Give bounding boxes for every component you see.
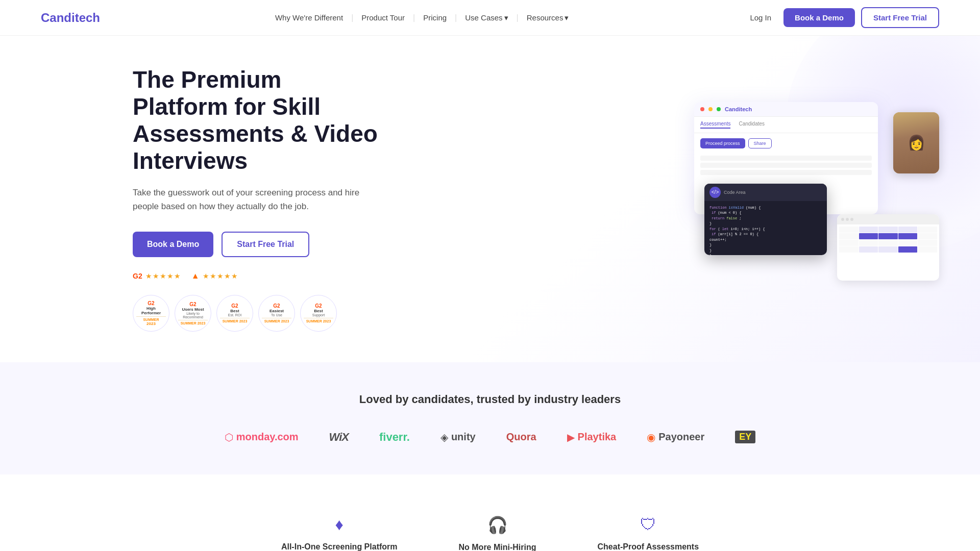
share-button[interactable]: Share [748,138,772,148]
cell-20 [918,246,937,253]
navbar: Canditech Why We're Different | Product … [0,0,980,36]
app-window-actions: Proceed process Share [694,133,878,154]
logo-payoneer: ◉ Payoneer [647,431,704,443]
window-dot-red [700,107,704,111]
feature-cheat-proof: 🛡 Cheat-Proof Assessments [598,515,699,551]
g2-stars: ★★★★★ [145,272,181,280]
logos-row: ⬡ monday.com WiX fiverr. ◈ unity Quora ▶… [41,431,939,444]
unity-label: unity [451,431,476,443]
code-body: function isValid(num) { if (num < 0) { r… [704,201,827,256]
trusted-title: Loved by candidates, trusted by industry… [41,393,939,406]
nav-demo-button[interactable]: Book a Demo [783,8,855,27]
badge-most-likely: G2 Users Most Likely to Recommend SUMMER… [175,295,211,332]
cell-1 [839,227,859,233]
cell-15 [918,240,937,246]
logo-unity: ◈ unity [440,431,476,443]
nav-actions: Log In Book a Demo Start Free Trial [744,7,939,28]
logo-ey: EY [735,431,755,443]
capterra-rating: ▲ ★★★★★ [191,271,238,281]
tab-candidates[interactable]: Candidates [739,121,765,129]
cell-2 [859,227,878,233]
nav-links: Why We're Different | Product Tour | Pri… [270,10,574,26]
hero-ratings: G2 ★★★★★ ▲ ★★★★★ [133,271,378,281]
logo[interactable]: Canditech [41,11,100,25]
quora-label: Quora [506,431,536,443]
capterra-logo-icon: ▲ [191,271,200,281]
playtika-icon: ▶ [567,431,575,443]
feature-all-in-one: ♦ All-In-One Screening Platform [281,515,398,551]
monday-icon: ⬡ [225,431,233,443]
hero-demo-button[interactable]: Book a Demo [133,232,213,257]
nav-trial-button[interactable]: Start Free Trial [861,7,939,28]
hero-cta-buttons: Book a Demo Start Free Trial [133,232,378,257]
sheet-titlebar [837,214,939,224]
proceed-button[interactable]: Proceed process [700,138,745,148]
cell-9 [898,233,918,239]
cell-3 [878,227,898,233]
g2-rating: G2 ★★★★★ [133,272,181,280]
cell-4 [898,227,918,233]
cell-13 [878,240,898,246]
resources-chevron-icon: ▾ [565,13,569,22]
code-titlebar: </> Code Area [704,184,827,201]
hero-subtitle: Take the guesswork out of your screening… [133,186,378,213]
headset-icon: 🎧 [487,515,508,535]
video-bubble: 👩 [893,112,939,173]
app-window-logo: Canditech [725,106,752,112]
shield-icon: 🛡 [640,515,656,534]
logo-monday: ⬡ monday.com [225,431,299,443]
cell-10 [918,233,937,239]
window-titlebar: Canditech [694,102,878,117]
diamond-icon: ♦ [335,515,344,534]
feature-no-more-label: No More Mini-Hiring [459,543,536,551]
spreadsheet-window [837,214,939,281]
cell-7 [859,233,878,239]
nav-sep-1: | [351,13,353,22]
badge-easiest-use: G2 Easiest To Use SUMMER 2023 [258,295,295,332]
nav-use-cases[interactable]: Use Cases ▾ [460,10,513,26]
feature-cheat-proof-label: Cheat-Proof Assessments [598,542,699,551]
capterra-stars: ★★★★★ [203,272,238,280]
nav-why-different[interactable]: Why We're Different [270,10,348,25]
logo-wix: WiX [329,431,349,444]
cell-16 [839,246,859,253]
cell-18 [878,246,898,253]
nav-pricing[interactable]: Pricing [418,10,452,25]
g2-logo: G2 [133,272,142,280]
code-window: </> Code Area function isValid(num) { if… [704,184,827,255]
trusted-section: Loved by candidates, trusted by industry… [0,362,980,474]
logo-playtika: ▶ Playtika [567,431,617,443]
login-button[interactable]: Log In [744,9,777,26]
cell-11 [839,240,859,246]
monday-label: monday.com [236,431,299,443]
nav-sep-4: | [517,13,519,22]
sheet-dot-2 [846,218,849,221]
cell-12 [859,240,878,246]
nav-resources[interactable]: Resources ▾ [522,10,574,26]
video-person: 👩 [893,112,939,173]
nav-sep-2: | [413,13,415,22]
feature-no-more: 🎧 No More Mini-Hiring [459,515,536,551]
hero-mockup: Canditech Assessments Candidates Proceed… [694,102,939,296]
cell-5 [918,227,937,233]
hero-content: The Premium Platform for Skill Assessmen… [133,66,378,332]
hero-trial-button[interactable]: Start Free Trial [222,232,309,257]
sheet-dot-1 [841,218,844,221]
badge-high-performer: G2 High Performer SUMMER 2023 [133,295,169,332]
use-cases-chevron-icon: ▾ [504,13,508,22]
code-icon: </> [709,187,721,198]
app-table [694,156,878,175]
cell-14 [898,240,918,246]
nav-sep-3: | [455,13,457,22]
features-section: ♦ All-In-One Screening Platform 🎧 No Mor… [0,474,980,551]
nav-product-tour[interactable]: Product Tour [356,10,410,25]
ey-label: EY [735,431,755,443]
app-window-tabs: Assessments Candidates [694,117,878,133]
window-dot-yellow [708,107,713,111]
sheet-grid [837,224,939,255]
unity-icon: ◈ [440,431,448,443]
sheet-dot-3 [850,218,853,221]
cell-6 [839,233,859,239]
tab-assessments[interactable]: Assessments [700,121,730,129]
features-icons: ♦ All-In-One Screening Platform 🎧 No Mor… [41,515,939,551]
